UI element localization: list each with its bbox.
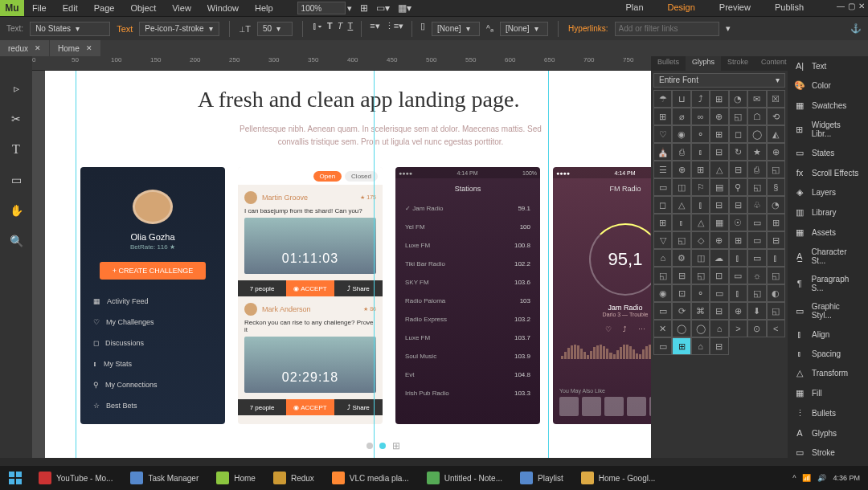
glyph-cell[interactable]: ⊞	[653, 214, 672, 231]
glyph-cell[interactable]: ⊞	[710, 125, 728, 143]
tray-wifi-icon[interactable]: 📶	[802, 474, 811, 482]
glyph-cell[interactable]: ⚲	[729, 178, 747, 196]
menu-page[interactable]: Page	[86, 3, 123, 13]
tray-up-icon[interactable]: ^	[792, 474, 796, 482]
glyph-cell[interactable]: ◯	[672, 320, 690, 337]
glyph-cell[interactable]: △	[710, 161, 728, 178]
tab-publish[interactable]: Publish	[775, 0, 804, 14]
taskbar-item[interactable]: Redux	[265, 468, 322, 488]
glyph-cell[interactable]: ▭	[747, 249, 766, 267]
glyph-cell[interactable]: ⊕	[672, 161, 690, 178]
page-artboard[interactable]: A fresh and clean app landing page. Pell…	[45, 71, 651, 458]
taskbar-item[interactable]: Untitled - Note...	[419, 468, 510, 488]
start-button[interactable]	[3, 468, 27, 488]
glyph-cell[interactable]: ▭	[653, 178, 672, 196]
glyph-cell[interactable]: ⊞	[653, 108, 672, 125]
glyph-cell[interactable]: ◭	[767, 125, 785, 143]
panel-glyphs[interactable]: AGlyphs	[788, 423, 868, 443]
mockup-feed-app[interactable]: Open Closed Martin Groove★ 175 I can bas…	[238, 167, 383, 424]
tab-glyphs[interactable]: Glyphs	[686, 56, 721, 71]
italic-icon[interactable]: T	[338, 21, 343, 37]
zoom-dropdown-icon[interactable]: ▾	[347, 3, 352, 14]
glyph-cell[interactable]: ⫾	[672, 214, 690, 231]
glyph-cell[interactable]: ☒	[767, 90, 785, 108]
glyph-cell[interactable]: ⊕	[710, 108, 728, 125]
menu-object[interactable]: Object	[122, 3, 164, 13]
glyph-cell[interactable]: ⎙	[672, 143, 690, 161]
glyph-cell[interactable]: ✕	[653, 320, 672, 337]
font-dropdown[interactable]: Pe-icon-7-stroke▾	[139, 22, 219, 36]
glyph-cell[interactable]: ⫿	[729, 249, 747, 267]
glyph-cell[interactable]: §	[767, 178, 785, 196]
glyph-cell[interactable]: ⊟	[710, 196, 728, 214]
glyph-cell[interactable]: ◉	[672, 125, 690, 143]
glyph-cell[interactable]: ⊟	[710, 302, 728, 320]
doc-tab-home[interactable]: Home✕	[50, 40, 100, 56]
tray-clock[interactable]: 4:36 PM	[833, 474, 860, 482]
doc-tab-redux[interactable]: redux✕	[0, 40, 49, 56]
glyph-cell[interactable]: ⊞	[767, 214, 785, 231]
glyph-cell[interactable]: ⫿	[729, 284, 747, 302]
glyph-cell[interactable]: ◱	[767, 267, 785, 284]
glyph-cell[interactable]: ⊞	[672, 337, 690, 355]
style-dropdown-1[interactable]: [None]▾	[432, 22, 480, 36]
glyph-cell[interactable]: ⫿	[691, 196, 710, 214]
glyph-cell[interactable]: ◫	[691, 249, 710, 267]
glyph-cell[interactable]: ◱	[691, 267, 710, 284]
glyph-cell[interactable]: ⊞	[729, 231, 747, 249]
glyph-cell[interactable]: ⌂	[691, 337, 710, 355]
glyph-cell[interactable]: ⟲	[767, 108, 785, 125]
glyph-cell[interactable]: ▭	[653, 302, 672, 320]
glyph-cell[interactable]: ⫿	[767, 249, 785, 267]
glyph-cell[interactable]: △	[691, 214, 710, 231]
panel-layers[interactable]: ◈Layers	[788, 182, 868, 202]
panel-spacing[interactable]: ⫾Spacing	[788, 344, 868, 363]
taskbar-item[interactable]: Playlist	[512, 468, 571, 488]
link-icon[interactable]: ᴬₐ	[486, 23, 493, 34]
tab-bullets[interactable]: Bullets	[651, 56, 686, 71]
indent-icon[interactable]: ▯	[420, 21, 425, 37]
menu-edit[interactable]: Edit	[55, 3, 86, 13]
zoom-tool-icon[interactable]: 🔍	[6, 233, 26, 249]
glyph-cell[interactable]: ♧	[747, 196, 766, 214]
glyph-cell[interactable]: ⌂	[710, 320, 728, 337]
glyph-cell[interactable]: ⚐	[691, 178, 710, 196]
menu-window[interactable]: Window	[199, 3, 247, 13]
glyph-cell[interactable]: ▭	[747, 231, 766, 249]
glyph-cell[interactable]: ⊟	[710, 143, 728, 161]
glyph-cell[interactable]: ✉	[747, 90, 766, 108]
tab-plan[interactable]: Plan	[626, 0, 644, 14]
glyph-cell[interactable]: ◱	[672, 231, 690, 249]
glyph-font-dropdown[interactable]: Entire Font▾	[653, 73, 785, 88]
crop-tool-icon[interactable]: ✂	[6, 111, 26, 127]
mockup-radio-app[interactable]: ●●●●4:14 PM100% FM Radio 95,1 Jam Radio …	[553, 167, 651, 424]
panel-assets[interactable]: ▦Assets	[788, 223, 868, 243]
pagination-dots[interactable]: ⊞	[366, 440, 400, 451]
glyph-cell[interactable]: ◔	[767, 196, 785, 214]
list-icon[interactable]: ⋮≡▾	[385, 21, 403, 37]
taskbar-item[interactable]: YouTube - Mo...	[31, 468, 121, 488]
dot-active[interactable]	[379, 443, 386, 449]
glyph-cell[interactable]: ◐	[767, 284, 785, 302]
glyph-cell[interactable]: ⌘	[691, 302, 710, 320]
taskbar-item[interactable]: VLC media pla...	[324, 468, 417, 488]
menu-file[interactable]: File	[24, 3, 55, 13]
panel-bullets[interactable]: ⋮Bullets	[788, 403, 868, 423]
taskbar-item[interactable]: Home	[208, 468, 264, 488]
glyph-cell[interactable]: ⊟	[729, 196, 747, 214]
glyph-cell[interactable]: ▦	[710, 214, 728, 231]
close-window-icon[interactable]: ✕	[858, 2, 865, 10]
glyph-cell[interactable]: ◻	[653, 196, 672, 214]
leading-icon[interactable]: ⫿▾	[313, 21, 322, 37]
close-tab-icon[interactable]: ✕	[35, 44, 41, 52]
underline-icon[interactable]: T	[348, 21, 354, 37]
glyph-cell[interactable]: ◻	[729, 125, 747, 143]
maximize-icon[interactable]: ▢	[848, 2, 855, 10]
panel-transform[interactable]: △Transform	[788, 363, 868, 383]
panel-paragraphs[interactable]: ¶Paragraph S...	[788, 270, 868, 297]
mockup-profile-app[interactable]: Olia Gozha BetRate: 116 ★ + CREATE CHALL…	[80, 167, 225, 424]
panel-states[interactable]: ▭States	[788, 143, 868, 163]
panel-fill[interactable]: ▦Fill	[788, 383, 868, 403]
glyph-cell[interactable]: ◉	[653, 284, 672, 302]
style-dropdown-2[interactable]: [None]▾	[500, 22, 548, 36]
